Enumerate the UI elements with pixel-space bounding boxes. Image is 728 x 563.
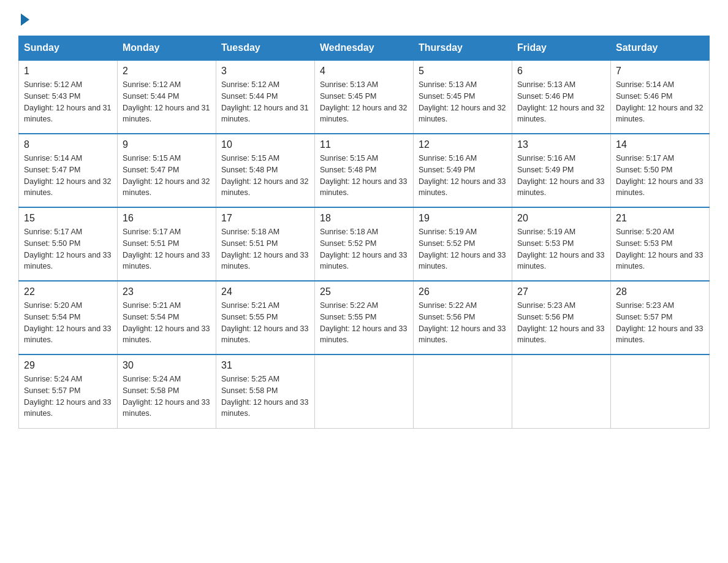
calendar-cell: 25 Sunrise: 5:22 AMSunset: 5:55 PMDaylig… bbox=[315, 281, 414, 354]
day-info: Sunrise: 5:18 AMSunset: 5:52 PMDaylight:… bbox=[320, 226, 408, 272]
calendar-cell: 27 Sunrise: 5:23 AMSunset: 5:56 PMDaylig… bbox=[512, 281, 611, 354]
logo bbox=[18, 12, 29, 23]
day-info: Sunrise: 5:20 AMSunset: 5:53 PMDaylight:… bbox=[616, 226, 704, 272]
day-number: 25 bbox=[320, 286, 408, 297]
day-number: 11 bbox=[320, 139, 408, 150]
calendar-cell: 18 Sunrise: 5:18 AMSunset: 5:52 PMDaylig… bbox=[315, 207, 414, 281]
day-info: Sunrise: 5:12 AMSunset: 5:44 PMDaylight:… bbox=[221, 79, 309, 125]
calendar-cell: 26 Sunrise: 5:22 AMSunset: 5:56 PMDaylig… bbox=[414, 281, 512, 354]
day-info: Sunrise: 5:15 AMSunset: 5:48 PMDaylight:… bbox=[221, 153, 309, 199]
calendar-cell: 22 Sunrise: 5:20 AMSunset: 5:54 PMDaylig… bbox=[19, 281, 118, 354]
calendar-week-row-5: 29 Sunrise: 5:24 AMSunset: 5:57 PMDaylig… bbox=[19, 354, 710, 428]
day-number: 9 bbox=[123, 139, 211, 150]
calendar-cell: 10 Sunrise: 5:15 AMSunset: 5:48 PMDaylig… bbox=[216, 134, 315, 207]
day-number: 6 bbox=[517, 66, 605, 77]
day-number: 5 bbox=[419, 66, 507, 77]
day-info: Sunrise: 5:15 AMSunset: 5:47 PMDaylight:… bbox=[123, 153, 211, 199]
calendar-cell: 29 Sunrise: 5:24 AMSunset: 5:57 PMDaylig… bbox=[19, 354, 118, 428]
calendar-cell: 23 Sunrise: 5:21 AMSunset: 5:54 PMDaylig… bbox=[118, 281, 216, 354]
calendar-header-tuesday: Tuesday bbox=[216, 36, 315, 61]
day-info: Sunrise: 5:19 AMSunset: 5:53 PMDaylight:… bbox=[517, 226, 605, 272]
day-number: 3 bbox=[221, 66, 309, 77]
day-number: 13 bbox=[517, 139, 605, 150]
day-number: 30 bbox=[123, 360, 211, 371]
calendar-cell: 24 Sunrise: 5:21 AMSunset: 5:55 PMDaylig… bbox=[216, 281, 315, 354]
calendar-cell: 3 Sunrise: 5:12 AMSunset: 5:44 PMDayligh… bbox=[216, 60, 315, 134]
day-number: 21 bbox=[616, 213, 704, 224]
calendar-cell: 13 Sunrise: 5:16 AMSunset: 5:49 PMDaylig… bbox=[512, 134, 611, 207]
day-number: 17 bbox=[221, 213, 309, 224]
day-number: 2 bbox=[123, 66, 211, 77]
calendar-cell: 12 Sunrise: 5:16 AMSunset: 5:49 PMDaylig… bbox=[414, 134, 512, 207]
day-info: Sunrise: 5:25 AMSunset: 5:58 PMDaylight:… bbox=[221, 373, 309, 419]
day-number: 27 bbox=[517, 286, 605, 297]
calendar-cell: 14 Sunrise: 5:17 AMSunset: 5:50 PMDaylig… bbox=[611, 134, 710, 207]
calendar-cell: 8 Sunrise: 5:14 AMSunset: 5:47 PMDayligh… bbox=[19, 134, 118, 207]
calendar-cell: 15 Sunrise: 5:17 AMSunset: 5:50 PMDaylig… bbox=[19, 207, 118, 281]
day-info: Sunrise: 5:18 AMSunset: 5:51 PMDaylight:… bbox=[221, 226, 309, 272]
logo-arrow-icon bbox=[21, 13, 29, 26]
day-info: Sunrise: 5:17 AMSunset: 5:50 PMDaylight:… bbox=[24, 226, 112, 272]
day-number: 10 bbox=[221, 139, 309, 150]
calendar-week-row-3: 15 Sunrise: 5:17 AMSunset: 5:50 PMDaylig… bbox=[19, 207, 710, 281]
calendar-week-row-4: 22 Sunrise: 5:20 AMSunset: 5:54 PMDaylig… bbox=[19, 281, 710, 354]
calendar-cell bbox=[414, 354, 512, 428]
calendar-header-wednesday: Wednesday bbox=[315, 36, 414, 61]
day-info: Sunrise: 5:13 AMSunset: 5:45 PMDaylight:… bbox=[320, 79, 408, 125]
day-number: 4 bbox=[320, 66, 408, 77]
day-info: Sunrise: 5:13 AMSunset: 5:46 PMDaylight:… bbox=[517, 79, 605, 125]
day-number: 16 bbox=[123, 213, 211, 224]
day-number: 29 bbox=[24, 360, 112, 371]
calendar-header-thursday: Thursday bbox=[414, 36, 512, 61]
day-number: 14 bbox=[616, 139, 704, 150]
day-number: 26 bbox=[419, 286, 507, 297]
calendar-cell bbox=[611, 354, 710, 428]
calendar-table: SundayMondayTuesdayWednesdayThursdayFrid… bbox=[18, 36, 710, 429]
calendar-cell: 9 Sunrise: 5:15 AMSunset: 5:47 PMDayligh… bbox=[118, 134, 216, 207]
day-info: Sunrise: 5:20 AMSunset: 5:54 PMDaylight:… bbox=[24, 300, 112, 346]
calendar-cell bbox=[315, 354, 414, 428]
calendar-cell: 1 Sunrise: 5:12 AMSunset: 5:43 PMDayligh… bbox=[19, 60, 118, 134]
day-info: Sunrise: 5:17 AMSunset: 5:50 PMDaylight:… bbox=[616, 153, 704, 199]
calendar-header-sunday: Sunday bbox=[19, 36, 118, 61]
calendar-week-row-2: 8 Sunrise: 5:14 AMSunset: 5:47 PMDayligh… bbox=[19, 134, 710, 207]
calendar-cell: 21 Sunrise: 5:20 AMSunset: 5:53 PMDaylig… bbox=[611, 207, 710, 281]
day-number: 19 bbox=[419, 213, 507, 224]
calendar-cell: 17 Sunrise: 5:18 AMSunset: 5:51 PMDaylig… bbox=[216, 207, 315, 281]
day-number: 24 bbox=[221, 286, 309, 297]
calendar-cell: 6 Sunrise: 5:13 AMSunset: 5:46 PMDayligh… bbox=[512, 60, 611, 134]
calendar-cell bbox=[512, 354, 611, 428]
day-number: 20 bbox=[517, 213, 605, 224]
day-info: Sunrise: 5:16 AMSunset: 5:49 PMDaylight:… bbox=[517, 153, 605, 199]
calendar-header-friday: Friday bbox=[512, 36, 611, 61]
calendar-cell: 30 Sunrise: 5:24 AMSunset: 5:58 PMDaylig… bbox=[118, 354, 216, 428]
calendar-cell: 31 Sunrise: 5:25 AMSunset: 5:58 PMDaylig… bbox=[216, 354, 315, 428]
day-info: Sunrise: 5:16 AMSunset: 5:49 PMDaylight:… bbox=[419, 153, 507, 199]
day-info: Sunrise: 5:24 AMSunset: 5:57 PMDaylight:… bbox=[24, 373, 112, 419]
calendar-week-row-1: 1 Sunrise: 5:12 AMSunset: 5:43 PMDayligh… bbox=[19, 60, 710, 134]
day-info: Sunrise: 5:22 AMSunset: 5:56 PMDaylight:… bbox=[419, 300, 507, 346]
day-info: Sunrise: 5:21 AMSunset: 5:55 PMDaylight:… bbox=[221, 300, 309, 346]
day-number: 23 bbox=[123, 286, 211, 297]
day-number: 31 bbox=[221, 360, 309, 371]
calendar-header-row: SundayMondayTuesdayWednesdayThursdayFrid… bbox=[19, 36, 710, 61]
calendar-cell: 4 Sunrise: 5:13 AMSunset: 5:45 PMDayligh… bbox=[315, 60, 414, 134]
day-info: Sunrise: 5:12 AMSunset: 5:44 PMDaylight:… bbox=[123, 79, 211, 125]
calendar-header-monday: Monday bbox=[118, 36, 216, 61]
page-header bbox=[18, 12, 710, 23]
day-info: Sunrise: 5:12 AMSunset: 5:43 PMDaylight:… bbox=[24, 79, 112, 125]
calendar-cell: 7 Sunrise: 5:14 AMSunset: 5:46 PMDayligh… bbox=[611, 60, 710, 134]
day-info: Sunrise: 5:23 AMSunset: 5:56 PMDaylight:… bbox=[517, 300, 605, 346]
day-info: Sunrise: 5:19 AMSunset: 5:52 PMDaylight:… bbox=[419, 226, 507, 272]
calendar-cell: 2 Sunrise: 5:12 AMSunset: 5:44 PMDayligh… bbox=[118, 60, 216, 134]
day-info: Sunrise: 5:14 AMSunset: 5:46 PMDaylight:… bbox=[616, 79, 704, 125]
calendar-cell: 5 Sunrise: 5:13 AMSunset: 5:45 PMDayligh… bbox=[414, 60, 512, 134]
calendar-header-saturday: Saturday bbox=[611, 36, 710, 61]
calendar-cell: 19 Sunrise: 5:19 AMSunset: 5:52 PMDaylig… bbox=[414, 207, 512, 281]
day-info: Sunrise: 5:23 AMSunset: 5:57 PMDaylight:… bbox=[616, 300, 704, 346]
calendar-cell: 11 Sunrise: 5:15 AMSunset: 5:48 PMDaylig… bbox=[315, 134, 414, 207]
day-info: Sunrise: 5:15 AMSunset: 5:48 PMDaylight:… bbox=[320, 153, 408, 199]
day-number: 15 bbox=[24, 213, 112, 224]
day-number: 18 bbox=[320, 213, 408, 224]
calendar-cell: 20 Sunrise: 5:19 AMSunset: 5:53 PMDaylig… bbox=[512, 207, 611, 281]
